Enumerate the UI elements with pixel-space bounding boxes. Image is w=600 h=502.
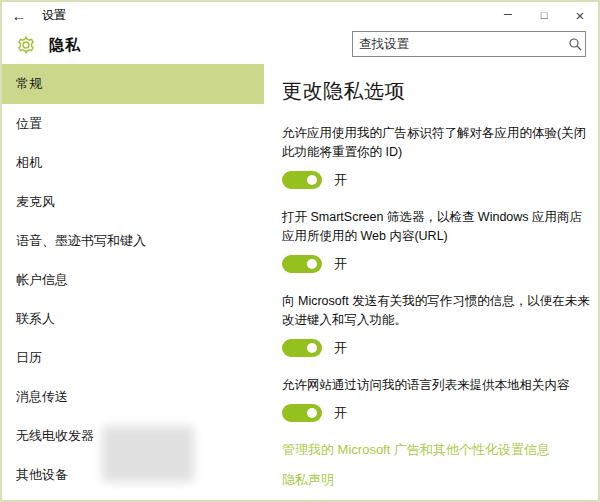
typing-info-toggle[interactable]: [282, 339, 322, 357]
privacy-statement-link[interactable]: 隐私声明: [282, 471, 334, 489]
sidebar-item-calendar[interactable]: 日历: [2, 338, 264, 377]
advertising-id-toggle[interactable]: [282, 171, 322, 189]
back-button[interactable]: ←: [2, 7, 36, 24]
sidebar-item-general[interactable]: 常规: [2, 64, 264, 104]
sidebar-item-microphone[interactable]: 麦克风: [2, 182, 264, 221]
toggle-knob: [307, 259, 317, 269]
close-icon: ×: [576, 7, 585, 24]
sidebar-item-account-info[interactable]: 帐户信息: [2, 260, 264, 299]
page-header: 隐私: [2, 28, 598, 62]
setting-row: 开: [282, 339, 590, 357]
search-box: [352, 31, 586, 57]
smartscreen-toggle[interactable]: [282, 255, 322, 273]
setting-description: 允许网站通过访问我的语言列表来提供本地相关内容: [282, 376, 590, 395]
maximize-icon: □: [541, 9, 548, 21]
window-title: 设置: [42, 7, 66, 24]
title-bar: ← 设置 – □ ×: [2, 2, 598, 28]
setting-row: 开: [282, 404, 590, 422]
setting-description: 允许应用使用我的广告标识符了解对各应用的体验(关闭此功能将重置你的 ID): [282, 124, 590, 162]
toggle-state-label: 开: [334, 171, 347, 189]
setting-row: 开: [282, 255, 590, 273]
content-heading: 更改隐私选项: [282, 78, 590, 105]
toggle-state-label: 开: [334, 255, 347, 273]
sidebar-item-location[interactable]: 位置: [2, 104, 264, 143]
blurred-watermark: [102, 426, 194, 482]
privacy-options-panel: 更改隐私选项 允许应用使用我的广告标识符了解对各应用的体验(关闭此功能将重置你的…: [264, 62, 600, 500]
sidebar-item-camera[interactable]: 相机: [2, 143, 264, 182]
search-input[interactable]: [353, 32, 565, 56]
minimize-icon: –: [504, 5, 512, 21]
toggle-knob: [307, 408, 317, 418]
toggle-state-label: 开: [334, 404, 347, 422]
sidebar-item-contacts[interactable]: 联系人: [2, 299, 264, 338]
toggle-state-label: 开: [334, 339, 347, 357]
setting-description: 向 Microsoft 发送有关我的写作习惯的信息，以便在未来改进键入和写入功能…: [282, 292, 590, 330]
minimize-button[interactable]: –: [490, 2, 526, 28]
setting-description: 打开 SmartScreen 筛选器，以检查 Windows 应用商店应用所使用…: [282, 208, 590, 246]
main-area: 常规 位置 相机 麦克风 语音、墨迹书写和键入 帐户信息 联系人 日历 消息传送…: [2, 62, 598, 500]
sidebar-item-speech-inking-typing[interactable]: 语音、墨迹书写和键入: [2, 221, 264, 260]
maximize-button[interactable]: □: [526, 2, 562, 28]
setting-row: 开: [282, 171, 590, 189]
toggle-knob: [307, 175, 317, 185]
language-list-toggle[interactable]: [282, 404, 322, 422]
caption-buttons: – □ ×: [490, 2, 598, 28]
settings-window: ← 设置 – □ × 隐私 常规 位置: [0, 0, 600, 502]
close-button[interactable]: ×: [562, 2, 598, 28]
back-arrow-icon: ←: [12, 7, 27, 24]
manage-advertising-link[interactable]: 管理我的 Microsoft 广告和其他个性化设置信息: [282, 441, 550, 459]
page-title: 隐私: [49, 36, 81, 55]
sidebar-item-messaging[interactable]: 消息传送: [2, 377, 264, 416]
search-icon[interactable]: [565, 37, 585, 51]
toggle-knob: [307, 343, 317, 353]
gear-icon: [15, 34, 37, 56]
